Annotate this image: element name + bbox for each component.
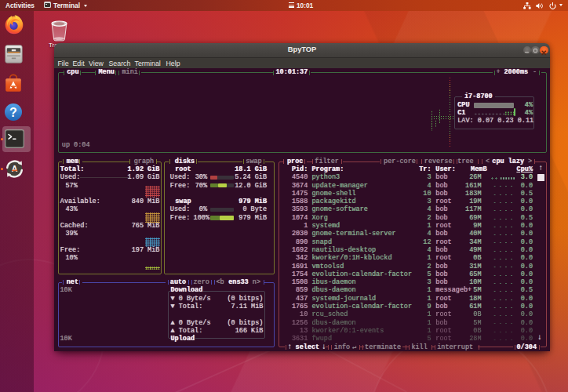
svg-text:A: A — [11, 164, 17, 173]
svg-text:?: ? — [9, 106, 17, 119]
